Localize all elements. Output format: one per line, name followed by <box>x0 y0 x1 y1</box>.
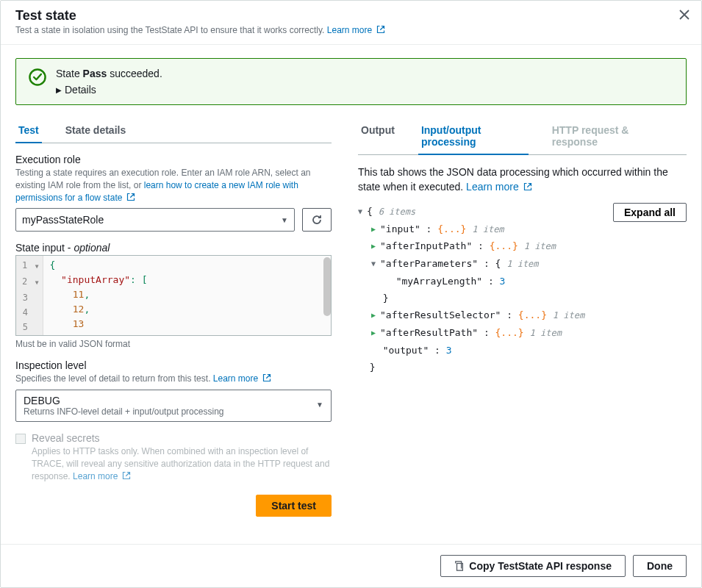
external-link-icon <box>262 373 271 382</box>
inspection-level-label: Inspection level <box>15 359 332 371</box>
reveal-secrets-checkbox <box>15 434 26 444</box>
line-gutter: 1 ▼ 2 ▼ 3 4 5 6 <box>16 256 43 335</box>
inspection-selected-sub: Returns INFO-level detail + input/output… <box>24 406 310 417</box>
start-test-button[interactable]: Start test <box>256 495 332 517</box>
toggle-icon[interactable]: ▼ <box>371 257 379 270</box>
done-button[interactable]: Done <box>633 555 687 577</box>
toggle-icon[interactable]: ▶ <box>371 309 379 322</box>
state-input-editor[interactable]: 1 ▼ 2 ▼ 3 4 5 6 { "inputArray": [ 11, 12… <box>15 255 332 336</box>
modal-footer: Copy TestState API response Done <box>1 544 701 587</box>
modal-header: Test state Test a state in isolation usi… <box>1 1 701 45</box>
toggle-icon[interactable]: ▶ <box>371 326 379 340</box>
success-alert: State Pass succeeded. ▶Details <box>15 58 687 105</box>
tree-output: "output" : 3 <box>371 342 687 359</box>
tab-test[interactable]: Test <box>15 117 42 143</box>
caret-right-icon: ▶ <box>56 86 62 94</box>
right-tabs: Output Input/output processing HTTP requ… <box>358 117 687 155</box>
content-columns: Test State details Execution role Testin… <box>1 117 701 544</box>
header-learn-more-link[interactable]: Learn more <box>327 25 385 35</box>
io-intro: This tab shows the JSON data processing … <box>358 165 687 194</box>
alert-details-toggle[interactable]: ▶Details <box>56 84 674 96</box>
toggle-icon[interactable]: ▶ <box>371 240 379 253</box>
inspection-level-select[interactable]: DEBUG Returns INFO-level detail + input/… <box>15 390 332 422</box>
reveal-secrets-row: Reveal secrets Applies to HTTP tasks onl… <box>15 432 332 482</box>
tree-after-result-selector[interactable]: ▶"afterResultSelector" : {...} 1 item <box>371 306 687 324</box>
io-learn-more-link[interactable]: Learn more <box>466 181 531 193</box>
close-button[interactable] <box>679 8 690 24</box>
toggle-icon[interactable]: ▶ <box>371 223 379 236</box>
tab-http: HTTP request & response <box>549 117 666 155</box>
tree-my-array-length: "myArrayLength" : 3 <box>384 273 687 290</box>
state-input-label: State input - optional <box>15 242 332 254</box>
execution-role-hint: Testing a state requires an execution ro… <box>15 167 332 204</box>
copy-icon <box>454 561 465 571</box>
alert-title: State Pass succeeded. <box>56 68 674 79</box>
inspection-learn-more-link[interactable]: Learn more <box>213 373 271 384</box>
tab-state-details[interactable]: State details <box>62 117 129 143</box>
execution-role-label: Execution role <box>15 154 332 165</box>
external-link-icon <box>126 193 135 201</box>
tab-output[interactable]: Output <box>358 117 398 155</box>
tree-input[interactable]: ▶"input" : {...} 1 item <box>371 220 687 238</box>
toggle-icon[interactable]: ▼ <box>358 205 365 218</box>
external-link-icon <box>523 182 532 191</box>
tree-brace-close: } <box>371 290 687 306</box>
right-column: Output Input/output processing HTTP requ… <box>346 117 701 544</box>
test-state-modal: Test state Test a state in isolation usi… <box>0 0 702 588</box>
tree-after-input-path[interactable]: ▶"afterInputPath" : {...} 1 item <box>371 237 687 255</box>
external-link-icon <box>122 471 131 480</box>
selected-role: myPassStateRole <box>22 214 104 226</box>
tree-after-parameters[interactable]: ▼"afterParameters" : { 1 item <box>371 255 687 273</box>
reveal-learn-more-link[interactable]: Learn more <box>73 471 131 481</box>
refresh-icon <box>311 214 323 226</box>
reveal-secrets-desc: Applies to HTTP tasks only. When combine… <box>32 445 332 482</box>
caret-down-icon: ▼ <box>316 401 323 409</box>
scrollbar-thumb[interactable] <box>323 257 331 316</box>
reveal-secrets-body: Reveal secrets Applies to HTTP tasks onl… <box>32 432 332 482</box>
success-check-icon <box>28 68 47 87</box>
left-tabs: Test State details <box>15 117 332 143</box>
tab-io-processing[interactable]: Input/output processing <box>418 117 529 155</box>
tree-after-result-path[interactable]: ▶"afterResultPath" : {...} 1 item <box>371 324 687 342</box>
code-area[interactable]: { "inputArray": [ 11, 12, 13 <box>43 256 331 335</box>
external-link-icon <box>376 25 385 34</box>
close-icon <box>679 10 690 20</box>
json-tree: ▼{ 6 items ▶"input" : {...} 1 item ▶"aft… <box>358 203 687 376</box>
refresh-roles-button[interactable] <box>302 208 332 232</box>
reveal-secrets-title: Reveal secrets <box>32 432 332 444</box>
modal-subtitle: Test a state in isolation using the Test… <box>15 25 687 35</box>
inspection-selected: DEBUG <box>24 395 310 406</box>
copy-response-button[interactable]: Copy TestState API response <box>440 555 626 577</box>
start-test-row: Start test <box>15 495 332 517</box>
modal-title: Test state <box>15 8 687 24</box>
alert-body: State Pass succeeded. ▶Details <box>56 68 674 96</box>
role-row: myPassStateRole ▼ <box>15 208 332 232</box>
inspection-level-hint: Specifies the level of detail to return … <box>15 373 332 385</box>
execution-role-select[interactable]: myPassStateRole ▼ <box>15 208 295 232</box>
json-tree-wrap: Expand all ▼{ 6 items ▶"input" : {...} 1… <box>358 203 687 376</box>
caret-down-icon: ▼ <box>281 216 288 224</box>
left-column: Test State details Execution role Testin… <box>1 117 346 544</box>
state-input-hint: Must be in valid JSON format <box>15 339 332 349</box>
tree-root-close: } <box>358 359 687 376</box>
expand-all-button[interactable]: Expand all <box>613 203 687 222</box>
